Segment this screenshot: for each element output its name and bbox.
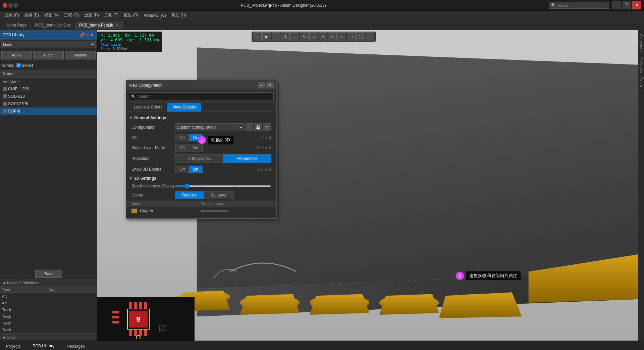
menu-place[interactable]: 放置 (P) xyxy=(82,12,101,19)
show-3d-on-button[interactable]: On xyxy=(189,166,202,173)
realistic-button[interactable]: Realistic xyxy=(175,191,204,199)
tab-projects[interactable]: Projects xyxy=(3,343,24,350)
line-toolbar-btn[interactable]: / xyxy=(337,32,346,41)
pcb-lib-close-button[interactable]: ✕ xyxy=(90,32,94,38)
other-section[interactable]: ◄ Other xyxy=(0,333,97,341)
annotation-circle-1: 1 xyxy=(198,136,206,144)
dialog-search-icon: 🔍 xyxy=(131,94,136,99)
save-toolbar-btn[interactable]: ↓ xyxy=(290,32,299,41)
components-panel-label[interactable]: Components xyxy=(639,33,644,55)
3d-off-button[interactable]: Off xyxy=(175,134,189,141)
orthographic-button[interactable]: Orthographic xyxy=(175,154,223,163)
dy-coord: dy: -1.321 mm xyxy=(127,38,159,42)
menu-edit[interactable]: 编辑 (E) xyxy=(22,12,41,19)
rect-toolbar-btn[interactable]: □ xyxy=(272,32,280,41)
y-coord: y: -4.699 xyxy=(101,38,122,42)
fp-row[interactable]: Track xyxy=(0,326,97,333)
title-search-input[interactable] xyxy=(557,3,604,7)
tab-close-icon[interactable]: ✕ xyxy=(116,24,118,27)
coordinate-display: x: 2.845 dx: 1.727 mm y: -4.699 dy: -1.3… xyxy=(97,32,162,52)
mask-select[interactable]: Mask xyxy=(1,41,96,48)
magnify-button[interactable]: Magnify xyxy=(65,51,96,59)
text-toolbar-btn[interactable]: A xyxy=(328,32,337,41)
list-item[interactable]: SOP127P6 xyxy=(0,100,97,107)
pcb-lib-menu-button[interactable]: ≡ xyxy=(86,32,89,38)
fp-row[interactable]: Arc xyxy=(0,293,97,300)
restore-button[interactable]: ❐ xyxy=(622,1,631,9)
panels-panel-label[interactable]: Panels xyxy=(639,75,644,88)
circle-toolbar-btn[interactable]: ○ xyxy=(309,32,318,41)
svg-rect-17 xyxy=(139,302,142,309)
minimize-button[interactable]: – xyxy=(612,1,621,9)
fp-row[interactable]: Track xyxy=(0,306,97,313)
config-dropdown[interactable]: Custom Configuration xyxy=(175,123,244,131)
menu-tools[interactable]: 工具 (T) xyxy=(102,12,121,19)
transparency-column-header: Transparency xyxy=(196,201,276,207)
select-checkbox[interactable] xyxy=(16,63,21,68)
perspective-button[interactable]: Perspective xyxy=(223,154,271,163)
properties-panel-label[interactable]: Properties xyxy=(639,56,644,74)
tab-view-options[interactable]: View Options xyxy=(167,103,201,112)
select-toolbar-btn[interactable]: ▶ xyxy=(262,32,271,41)
fp-row[interactable]: Track xyxy=(0,313,97,320)
x-coord: x: 2.845 xyxy=(101,33,120,38)
annotation-text-1: 切换到3D xyxy=(208,136,233,144)
menu-project[interactable]: 工程 (C) xyxy=(62,12,81,19)
menu-reports[interactable]: 报告 (R) xyxy=(122,12,141,19)
comp-icon xyxy=(3,109,7,113)
tab-messages[interactable]: Messages xyxy=(63,343,88,350)
menu-window[interactable]: Window (W) xyxy=(142,12,168,18)
pen-toolbar-btn[interactable]: ✎ xyxy=(300,32,309,41)
fp-row[interactable]: Track xyxy=(0,320,97,326)
show-3d-off-button[interactable]: Off xyxy=(175,166,189,173)
pcb-lib-pin-button[interactable]: 📌 xyxy=(79,32,85,38)
place-button[interactable]: Place xyxy=(35,270,62,278)
config-save-btn[interactable]: 💾 xyxy=(254,123,262,131)
dialog-close-button[interactable]: ✕ xyxy=(266,82,274,88)
copper-color-swatch[interactable] xyxy=(131,209,137,213)
plus-toolbar-btn[interactable]: + xyxy=(319,32,327,41)
pad-toolbar-btn[interactable]: □ xyxy=(347,32,356,41)
tab-home-page[interactable]: Home Page xyxy=(1,21,31,29)
fit-toolbar-btn[interactable]: ⇅ xyxy=(281,32,290,41)
menu-view[interactable]: 视图 (V) xyxy=(42,12,61,19)
tab-pcblib[interactable]: PCB_demo.PcbLib ✕ xyxy=(75,21,123,29)
dialog-search-input[interactable] xyxy=(137,93,271,99)
board-thickness-slider[interactable] xyxy=(175,185,271,187)
projection-row: Projection Orthographic Perspective xyxy=(126,153,276,164)
fp-row[interactable]: Arc xyxy=(0,300,97,306)
footprint-primitives-header[interactable]: ◄ Footprint Primitives xyxy=(0,279,97,286)
menu-help[interactable]: 帮助 (H) xyxy=(169,12,188,19)
via-toolbar-btn[interactable]: ◯ xyxy=(356,32,365,41)
svg-marker-6 xyxy=(240,294,300,315)
transparency-bar[interactable] xyxy=(201,210,228,212)
list-item[interactable]: SOD-123 xyxy=(0,93,97,100)
svg-marker-12 xyxy=(439,292,522,318)
svg-marker-10 xyxy=(379,294,439,315)
list-item-selected[interactable]: SOP-8 xyxy=(0,107,97,115)
pcb-library-header: PCB Library 📌 ≡ ✕ xyxy=(0,30,97,40)
3d-settings-header[interactable]: ▼ 3D Settings xyxy=(126,174,276,182)
close-button[interactable]: ✕ xyxy=(632,1,641,9)
minimap: 9 xyxy=(97,297,195,341)
slm-on-button[interactable]: On xyxy=(189,144,202,151)
config-add-btn[interactable]: + xyxy=(245,123,253,131)
tab-schematic[interactable]: PCB_demo.SchDoc xyxy=(31,21,75,29)
title-search-box[interactable]: 🔍 xyxy=(549,2,609,9)
dialog-pin-button[interactable]: – xyxy=(258,82,265,88)
dialog-tab-bar: Layers & Colors View Options xyxy=(126,103,276,112)
filter-toolbar-btn[interactable]: ▿ xyxy=(253,32,262,41)
list-item[interactable]: CHIP_1206 xyxy=(0,85,97,93)
menu-bar: 文件 (F) 编辑 (E) 视图 (V) 工程 (C) 放置 (P) 工具 (T… xyxy=(0,11,644,20)
by-layer-button[interactable]: By Layer xyxy=(204,191,233,199)
config-delete-btn[interactable]: 🗑 xyxy=(263,123,271,131)
clear-button[interactable]: Clear xyxy=(33,51,64,59)
apply-button[interactable]: Apply xyxy=(1,51,32,59)
tab-layers-colors[interactable]: Layers & Colors xyxy=(129,103,167,112)
tab-pcb-library[interactable]: PCB Library xyxy=(29,342,58,350)
3d-toolbar-btn[interactable]: □ xyxy=(366,32,374,41)
menu-file[interactable]: 文件 (F) xyxy=(3,12,21,19)
slm-off-button[interactable]: Off xyxy=(175,144,189,151)
general-settings-header[interactable]: ▼ General Settings xyxy=(126,114,276,122)
show-3d-bodies-row: Show 3D Bodies Off On Shift + Z xyxy=(126,164,276,174)
